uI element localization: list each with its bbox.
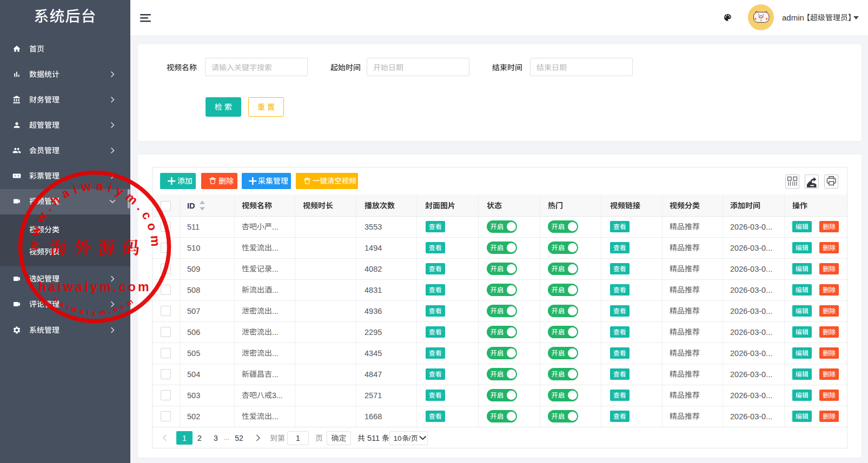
svg-text:...: ... [272, 223, 279, 231]
svg-text:2026-03-0...: 2026-03-0... [730, 328, 772, 337]
svg-text:2026-03-0...: 2026-03-0... [730, 244, 772, 252]
svg-text:...: ... [272, 370, 279, 379]
svg-text:...: ... [224, 433, 230, 441]
svg-text:2026-03-0...: 2026-03-0... [730, 307, 772, 316]
svg-text:507: 507 [187, 307, 200, 316]
svg-text:504: 504 [187, 370, 200, 379]
svg-text:1668: 1668 [365, 412, 382, 421]
svg-text:4936: 4936 [365, 307, 382, 316]
svg-text:10: 10 [394, 434, 402, 442]
svg-text:2026-03-0...: 2026-03-0... [730, 370, 772, 379]
svg-text:4345: 4345 [365, 349, 382, 358]
svg-text:...: ... [272, 244, 279, 252]
svg-text:2571: 2571 [365, 391, 382, 400]
svg-text:2: 2 [197, 434, 202, 442]
svg-text:52: 52 [235, 434, 243, 442]
svg-text:...: ... [272, 286, 279, 294]
svg-text:4082: 4082 [365, 265, 382, 273]
svg-text:4831: 4831 [365, 286, 382, 294]
svg-text:2026-03-0...: 2026-03-0... [730, 223, 772, 231]
svg-text:502: 502 [187, 412, 200, 421]
svg-text:4847: 4847 [365, 370, 382, 379]
svg-text:...: ... [272, 328, 279, 337]
svg-text:1: 1 [182, 434, 187, 442]
svg-text:503: 503 [187, 391, 200, 400]
svg-text:1494: 1494 [365, 244, 382, 252]
svg-text:2295: 2295 [365, 328, 382, 337]
svg-text:...: ... [272, 265, 279, 273]
svg-text:505: 505 [187, 349, 200, 358]
svg-text:3553: 3553 [365, 223, 382, 231]
svg-text:511: 511 [187, 223, 200, 231]
svg-text:...: ... [272, 349, 279, 358]
svg-text:...: ... [272, 412, 279, 421]
svg-text:2026-03-0...: 2026-03-0... [730, 265, 772, 273]
svg-text:/: / [409, 434, 411, 442]
svg-text:3: 3 [214, 434, 218, 442]
svg-text:2026-03-0...: 2026-03-0... [730, 286, 772, 294]
svg-text:2026-03-0...: 2026-03-0... [730, 349, 772, 358]
svg-text:admin: admin [782, 13, 804, 22]
svg-text:506: 506 [187, 328, 200, 337]
svg-text:2026-03-0...: 2026-03-0... [730, 391, 772, 400]
svg-text:508: 508 [187, 286, 200, 294]
svg-text:3...: 3... [272, 391, 282, 400]
svg-text:ID: ID [187, 202, 195, 210]
svg-text:...: ... [272, 307, 279, 316]
svg-text:1: 1 [296, 434, 300, 442]
svg-text:510: 510 [187, 244, 200, 252]
svg-text:haiwaiym.com: haiwaiym.com [38, 280, 151, 294]
svg-text:509: 509 [187, 265, 200, 273]
svg-text:511: 511 [367, 434, 380, 442]
svg-text:2026-03-0...: 2026-03-0... [730, 412, 772, 421]
